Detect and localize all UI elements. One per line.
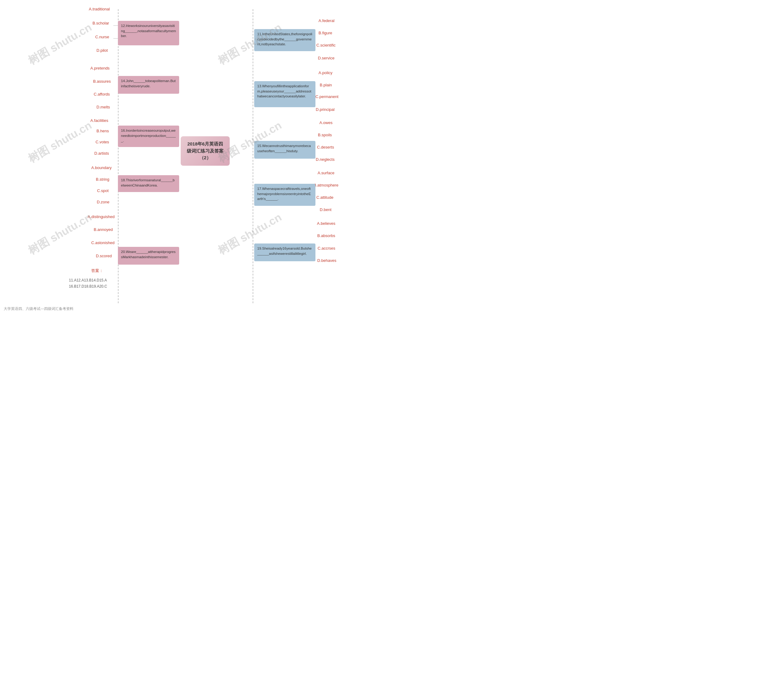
opt-C-astonished: C.astonished (91, 240, 115, 245)
opt-C-deserts: C.deserts (317, 145, 334, 150)
opt-C-nurse: C.nurse (95, 35, 109, 39)
opt-C-affords: C.affords (94, 92, 110, 97)
opt-C-permanent: C.permanent (315, 94, 338, 99)
opt-A-distinguished: A.distinguished (87, 214, 115, 219)
watermark-5: 树图 shutu.cn (25, 210, 94, 258)
opt-A-policy: A.policy (318, 71, 333, 75)
opt-B-hens: B.hens (97, 128, 109, 133)
connector-q12-c (113, 38, 118, 39)
opt-B-figure: B.figure (318, 31, 332, 35)
opt-B-annoyed: B.annoyed (94, 227, 113, 232)
opt-D-zone: D.zone (97, 200, 109, 204)
opt-B-absorbs: B.absorbs (317, 234, 335, 238)
opt-A-owes: A.owes (320, 120, 333, 125)
dashed-connector-right (253, 9, 253, 303)
answers-line1: 11.A12.A13.B14.D15.A (69, 278, 107, 282)
answer-17: 17.Whenaspacecrafttravels,oneofthemajorp… (254, 184, 315, 206)
opt-A-surface: A.surface (318, 171, 334, 175)
answers-line2: 16.B17.D18.B19.A20.C (69, 284, 107, 288)
opt-D-artists: D.artists (94, 151, 109, 156)
watermark-3: 树图 shutu.cn (25, 20, 94, 68)
opt-B-string: B.string (96, 177, 109, 182)
answer-19: 19.Sheisalready16yearsold.Butshe______as… (254, 244, 315, 261)
answer-13: 13.Whenyoufillintheapplicationform,pleas… (254, 81, 315, 107)
opt-B-scholar: B.scholar (92, 21, 109, 25)
opt-A-pretends: A.pretends (91, 66, 110, 71)
opt-A-boundary: A.boundary (91, 165, 112, 170)
opt-D-pilot: D.pilot (97, 48, 108, 53)
opt-D-neglects: D.neglects (316, 157, 334, 162)
opt-A-traditional: A.traditional (89, 7, 110, 12)
question-18: 18.Thisriverformsanatural______betweenCh… (118, 175, 179, 192)
opt-C-attitude: C.attitude (316, 195, 333, 200)
center-box: 2018年6月英语四级词汇练习及答案（2） (181, 136, 230, 166)
question-14: 14.John______tobeapoliteman.Butinfacthei… (118, 76, 179, 94)
opt-D-melts: D.melts (97, 105, 110, 109)
opt-D-bent: D.bent (320, 207, 331, 212)
page-wrapper: 2018年6月英语四级词汇练习及答案（2） A.traditional B.sc… (0, 0, 357, 322)
watermark-1: 树图 shutu.cn (25, 118, 94, 166)
opt-C-scientific: C.scientific (316, 43, 336, 48)
question-12: 12.Heworksinouruniversityasavisiting____… (118, 21, 179, 45)
center-title: 2018年6月英语四级词汇练习及答案（2） (187, 141, 224, 160)
answers-label: 答案： (91, 268, 103, 273)
opt-C-votes: C.votes (96, 140, 109, 144)
opt-B-atmosphere: B.atmosphere (314, 183, 338, 188)
opt-C-spot: C.spot (97, 188, 109, 193)
footer-text: 大学英语四、六级考试---四级词汇备考资料 (4, 306, 74, 311)
opt-D-principal: D.principal (316, 107, 334, 112)
opt-D-service: D.service (318, 56, 334, 60)
opt-B-plain: B.plain (320, 83, 332, 87)
opt-D-scored: D.scored (96, 254, 112, 258)
opt-A-believes: A.believes (317, 221, 335, 226)
answer-15: 15.Wecannotrusthimanymorebecauseheoften_… (254, 141, 315, 159)
question-16: 16.Inordertoincreaseouroputput,weneedtoi… (118, 125, 179, 147)
opt-C-accrses: C.accrses (318, 246, 335, 250)
answer-11: 11.IntheUnitedStates,theforeignpolicyisd… (254, 29, 315, 51)
opt-B-spoils: B.spoils (318, 133, 332, 137)
opt-A-federal: A.federal (318, 18, 334, 23)
opt-D-behaves: D.behaves (317, 258, 336, 263)
connector-q12-b (113, 25, 118, 26)
opt-B-assures: B.assures (93, 79, 111, 84)
opt-A-facilities: A.facilities (91, 118, 109, 123)
question-20: 20.Weare______attherapidprogressMarkhasm… (118, 247, 179, 265)
